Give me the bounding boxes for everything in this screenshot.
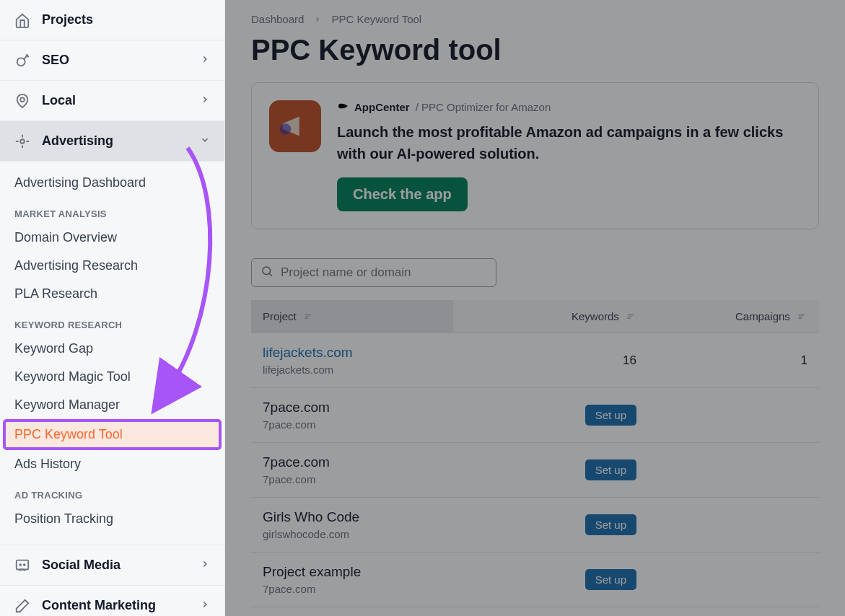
group-header-keyword-research: KEYWORD RESEARCH [0,308,224,335]
svg-rect-3 [17,560,29,569]
sidebar-item-advertising[interactable]: Advertising [0,121,224,162]
setup-button[interactable]: Set up [585,459,636,480]
sidebar-item-pla-research[interactable]: PLA Research [0,280,224,308]
table-row: lifejackets.comlifejackets.com161 [251,333,819,388]
sidebar-label: Advertising [42,133,113,149]
sidebar-label: Local [42,93,76,108]
campaigns-value [648,553,819,607]
sidebar-label: Projects [42,12,93,27]
svg-point-4 [19,564,21,566]
sidebar-item-keyword-gap[interactable]: Keyword Gap [0,335,224,363]
project-name[interactable]: lifejackets.com [263,345,442,361]
appcenter-logo-icon [337,100,349,114]
sidebar-label: Social Media [42,558,121,573]
sort-icon [797,310,807,322]
sidebar-item-projects[interactable]: Projects [0,0,224,40]
search-box[interactable] [251,258,496,287]
breadcrumb: Dashboard PPC Keyword Tool [251,13,819,25]
banner-text: Launch the most profitable Amazon ad cam… [337,121,799,164]
check-app-button[interactable]: Check the app [337,177,468,211]
sidebar-item-ads-history[interactable]: Ads History [0,450,224,478]
sidebar-item-seo[interactable]: SEO [0,40,224,81]
sidebar-item-social[interactable]: Social Media [0,545,224,586]
sidebar-item-keyword-magic[interactable]: Keyword Magic Tool [0,363,224,391]
project-domain: 7pace.com [263,583,442,595]
search-input[interactable] [281,265,487,280]
crosshair-icon [14,133,30,149]
search-icon [260,265,273,281]
page-title: PPC Keyword tool [251,34,819,66]
sidebar-item-content[interactable]: Content Marketing [0,586,224,616]
app-name: / PPC Optimizer for Amazon [416,101,551,113]
sidebar-item-advertising-research[interactable]: Advertising Research [0,252,224,280]
sidebar-item-keyword-manager[interactable]: Keyword Manager [0,391,224,419]
chevron-right-icon [200,558,210,573]
sidebar-item-domain-overview[interactable]: Domain Overview [0,224,224,252]
table-row: 7pace.com7pace.comSet up [251,388,819,443]
svg-point-2 [20,139,25,144]
chevron-right-icon [200,93,210,108]
project-name: 7pace.com [263,400,442,415]
projects-table: Project Keywords Campaigns [251,300,819,607]
pencil-icon [14,598,30,614]
sidebar-item-adv-dashboard[interactable]: Advertising Dashboard [0,169,224,197]
sidebar-label: Content Marketing [42,598,156,613]
breadcrumb-current: PPC Keyword Tool [331,13,421,25]
sidebar-label: SEO [42,53,69,68]
table-row: Girls Who Codegirlswhocode.comSet up [251,498,819,553]
promo-banner: AppCenter / PPC Optimizer for Amazon Lau… [251,82,819,229]
col-project[interactable]: Project [251,300,453,333]
chevron-right-icon [200,53,210,68]
svg-point-8 [263,267,271,275]
location-icon [14,93,30,109]
breadcrumb-dashboard[interactable]: Dashboard [251,13,304,25]
chevron-right-icon [314,13,321,25]
chevron-right-icon [200,598,210,613]
svg-point-6 [280,123,291,134]
group-header-ad-tracking: AD TRACKING [0,478,224,505]
project-name: 7pace.com [263,454,442,470]
project-name: Project example [263,564,442,580]
megaphone-icon [269,100,321,152]
sidebar-item-local[interactable]: Local [0,81,224,121]
campaigns-value [648,498,819,553]
project-domain: lifejackets.com [263,364,442,376]
setup-button[interactable]: Set up [585,514,636,535]
col-keywords[interactable]: Keywords [453,300,648,333]
sidebar: Projects SEO Local Advertising [0,0,225,616]
sort-icon [626,310,636,322]
chat-icon [14,558,30,573]
group-header-market-analysis: MARKET ANALYSIS [0,197,224,224]
setup-button[interactable]: Set up [585,569,636,590]
project-domain: 7pace.com [263,418,442,431]
sidebar-item-position-tracking[interactable]: Position Tracking [0,505,224,533]
project-domain: 7pace.com [263,473,442,485]
table-row: Project example7pace.comSet up [251,553,819,607]
sidebar-item-ppc-keyword-tool[interactable]: PPC Keyword Tool [4,421,220,449]
campaigns-value: 1 [648,333,819,388]
setup-button[interactable]: Set up [585,405,636,426]
table-row: 7pace.com7pace.comSet up [251,443,819,498]
project-domain: girlswhocode.com [263,528,442,540]
svg-point-5 [24,564,25,566]
advertising-submenu: Advertising Dashboard MARKET ANALYSIS Do… [0,162,224,545]
keywords-value: 16 [453,333,648,388]
home-icon [14,12,30,28]
project-name: Girls Who Code [263,509,442,525]
appcenter-label: AppCenter [354,101,410,113]
main-content: Dashboard PPC Keyword Tool PPC Keyword t… [225,0,845,616]
campaigns-value [648,388,819,443]
svg-point-1 [20,97,25,102]
chevron-down-icon [200,133,210,149]
col-campaigns[interactable]: Campaigns [648,300,819,333]
campaigns-value [648,443,819,498]
sort-icon [304,310,314,322]
target-icon [14,53,30,69]
